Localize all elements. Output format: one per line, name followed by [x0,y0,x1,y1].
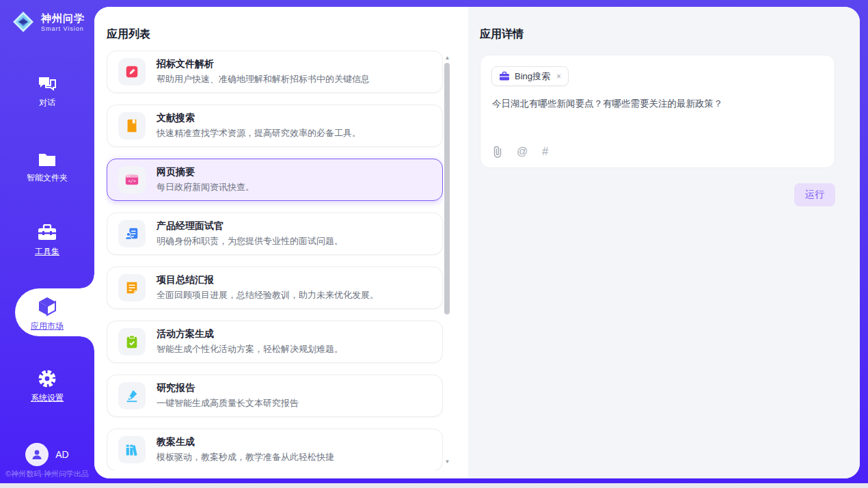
app-title: 教案生成 [157,436,334,448]
avatar [25,443,49,466]
brand-name: 神州问学 [41,12,85,25]
hash-icon[interactable]: # [542,146,548,158]
app-detail-panel: 应用详情 Bing搜索 × 今日湖北有哪些新闻要点？有哪些需要关注的最新政策？ [468,7,860,478]
list-item-lesson-plan[interactable]: 教案生成 模板驱动，教案秒成，教学准备从此轻松快捷 [107,429,443,470]
app-title: 网页摘要 [157,166,254,178]
mention-icon[interactable]: @ [517,146,528,158]
svg-text:</>: </> [128,178,136,184]
list-item-bid-analysis[interactable]: 招标文件解析 帮助用户快速、准确地理解和解析招标书中的关键信息 [107,51,443,93]
close-icon[interactable]: × [555,72,561,81]
cube-icon [37,296,57,316]
list-item-research-report[interactable]: 研究报告 一键智能生成高质量长文本研究报告 [107,375,443,417]
user-icon [31,448,43,461]
app-detail-title: 应用详情 [480,27,524,42]
briefcase-icon [499,71,510,81]
app-frame: 神州问学 Smart Vision 对话 智能文件夹 [0,0,868,483]
input-toolbar: @ # [493,146,548,158]
app-desc: 一键智能生成高质量长文本研究报告 [157,397,299,409]
research-icon [118,382,146,409]
query-text[interactable]: 今日湖北有哪些新闻要点？有哪些需要关注的最新政策？ [492,98,823,110]
app-list-panel: 应用列表 招标文件解析 帮助用户快速、准确地理解和解析招标书中的关键信息 [94,7,468,478]
scrollbar-thumb[interactable] [444,63,450,314]
app-desc: 每日政府新闻资讯快查。 [157,181,254,193]
folder-icon [38,152,57,168]
user-name: AD [55,449,68,460]
app-list: 招标文件解析 帮助用户快速、准确地理解和解析招标书中的关键信息 文献搜索 快速精… [107,51,443,470]
scrollbar[interactable]: ▲ ▼ [444,57,450,458]
app-title: 产品经理面试官 [157,220,343,232]
tool-tag-bing-search[interactable]: Bing搜索 × [491,66,569,86]
books-icon [118,436,146,463]
clipboard-check-icon [118,328,146,355]
list-item-web-summary[interactable]: </> 网页摘要 每日政府新闻资讯快查。 [107,159,443,201]
sidebar-item-chat[interactable]: 对话 [0,75,94,109]
list-item-literature-search[interactable]: 文献搜索 快速精准查找学术资源，提高研究效率的必备工具。 [107,105,443,147]
app-desc: 模板驱动，教案秒成，教学准备从此轻松快捷 [157,451,334,463]
edit-square-icon [118,58,146,85]
app-title: 招标文件解析 [157,58,370,70]
list-item-event-plan[interactable]: 活动方案生成 智能生成个性化活动方案，轻松解决规划难题。 [107,321,443,363]
prompt-card: Bing搜索 × 今日湖北有哪些新闻要点？有哪些需要关注的最新政策？ @ # [480,55,835,168]
app-title: 研究报告 [157,382,299,394]
sidebar-item-toolset[interactable]: 工具集 [0,224,94,258]
sidebar-item-app-market[interactable]: 应用市场 [0,296,94,332]
chat-icon [38,75,57,93]
app-desc: 快速精准查找学术资源，提高研究效率的必备工具。 [157,127,361,139]
list-item-project-summary[interactable]: 项目总结汇报 全面回顾项目进展，总结经验教训，助力未来优化发展。 [107,267,443,309]
app-title: 项目总结汇报 [157,274,379,286]
toolbox-icon [37,224,57,242]
sidebar-item-smart-folder[interactable]: 智能文件夹 [0,152,94,184]
sidebar-item-settings[interactable]: 系统设置 [0,369,94,404]
sidebar-footer: ©神州数码·神州问学出品 [0,469,94,479]
app-title: 文献搜索 [157,112,361,124]
app-desc: 智能生成个性化活动方案，轻松解决规划难题。 [157,343,343,355]
brand-subtitle: Smart Vision [41,25,85,32]
run-button[interactable]: 运行 [794,183,835,206]
app-desc: 明确身份和职责，为您提供专业性的面试问题。 [157,235,343,247]
app-desc: 全面回顾项目进展，总结经验教训，助力未来优化发展。 [157,289,379,301]
app-desc: 帮助用户快速、准确地理解和解析招标书中的关键信息 [157,73,370,85]
app-list-title: 应用列表 [107,27,150,42]
main-content: 应用列表 招标文件解析 帮助用户快速、准确地理解和解析招标书中的关键信息 [94,7,860,478]
scroll-down-icon[interactable]: ▼ [444,459,450,465]
gear-icon [38,369,57,388]
browser-code-icon: </> [118,166,146,193]
sidebar: 神州问学 Smart Vision 对话 智能文件夹 [0,0,94,483]
tool-tag-label: Bing搜索 [515,70,550,83]
list-item-pm-interviewer[interactable]: 产品经理面试官 明确身份和职责，为您提供专业性的面试问题。 [107,213,443,255]
diamond-logo-icon [11,10,36,34]
interview-icon [118,220,146,247]
paperclip-icon[interactable] [493,146,502,158]
app-title: 活动方案生成 [157,328,343,340]
book-icon [118,112,146,139]
note-icon [118,274,146,301]
brand-logo: 神州问学 Smart Vision [11,10,85,34]
scroll-up-icon[interactable]: ▲ [444,55,450,61]
user-profile[interactable]: AD [0,443,94,466]
